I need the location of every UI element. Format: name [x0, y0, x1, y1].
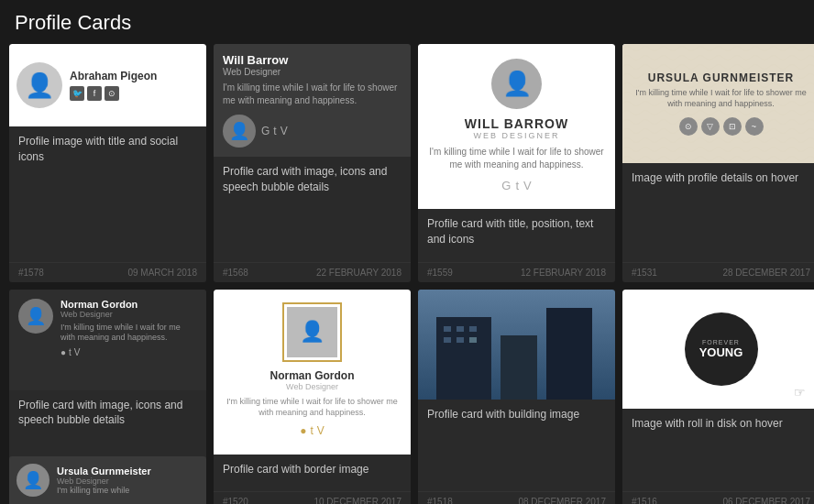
vine-icon-3: V — [523, 179, 532, 192]
card-footer-1516: #1516 06 DECEMBER 2017 — [622, 491, 814, 504]
icon-6a: ● — [300, 424, 306, 437]
card-title-1522: Profile card with image, icons and speec… — [18, 398, 197, 429]
person-name-1: Abraham Pigeon — [70, 70, 199, 82]
person-text-3: I'm killing time while I wait for life t… — [427, 146, 606, 171]
avatar-1: 👤 — [16, 62, 62, 108]
card-footer-1531: #1531 28 DECEMBER 2017 — [622, 262, 814, 282]
card-id-1520: #1520 — [223, 497, 248, 504]
card-1559[interactable]: 👤 WILL BARROW WEB DESIGNER I'm killing t… — [418, 44, 615, 282]
card-preview-1522: 👤 Norman Gordon Web Designer I'm killing… — [9, 290, 206, 390]
card-date-1559: 12 FEBRUARY 2018 — [521, 268, 606, 278]
card-1531[interactable]: URSULA GURNMEISTER I'm killing time whil… — [622, 44, 814, 282]
card-footer-1568: #1568 22 FEBRUARY 2018 — [214, 262, 411, 282]
google-icon-3: G — [501, 179, 511, 192]
person-text-2: I'm killing time while I wait for life t… — [223, 82, 402, 107]
card-1516[interactable]: FOREVER YOUNG ☞ Image with roll in disk … — [622, 290, 814, 504]
icon-4d: ~ — [745, 117, 764, 136]
avatar-6: 👤 — [287, 307, 337, 357]
social-icons-1: 🐦 f ⊙ — [70, 86, 199, 101]
card-title-1531: Image with profile details on hover — [632, 170, 810, 186]
cursor-icon: ☞ — [794, 385, 806, 400]
card-id-1578: #1578 — [18, 268, 44, 278]
card-1518[interactable]: Profile card with building image #1518 0… — [418, 290, 615, 504]
card-meta-1518: Profile card with building image — [418, 400, 615, 492]
social-icons-4: ⊙ ▽ ⊡ ~ — [679, 117, 764, 136]
card-date-1568: 22 FEBRUARY 2018 — [316, 268, 402, 278]
twitter-icon-3: t — [515, 179, 519, 192]
card-id-1518: #1518 — [427, 497, 453, 504]
svg-rect-9 — [456, 337, 464, 343]
partial-info: Ursula Gurnmeister Web Designer I'm kill… — [57, 466, 151, 495]
social-icons-5: ● t V — [60, 347, 197, 357]
icon-4c: ⊡ — [723, 117, 742, 136]
card-meta-1516: Image with roll in disk on hover — [622, 409, 814, 492]
icon-5c: V — [74, 347, 81, 357]
person-name-3: WILL BARROW — [427, 116, 606, 131]
card-meta-1520: Profile card with border image — [214, 455, 411, 492]
icon-5a: ● — [60, 347, 66, 357]
avatar-2: 👤 — [223, 115, 256, 148]
card-id-1568: #1568 — [223, 268, 248, 278]
building-visual — [418, 290, 615, 400]
partial-card: 👤 Ursula Gurnmeister Web Designer I'm ki… — [9, 456, 206, 504]
social-icons-2: G t V — [261, 125, 288, 137]
twitter-icon: 🐦 — [70, 86, 84, 101]
person-text-4: I'm killing time while I wait for life t… — [632, 88, 810, 109]
card-meta-1568: Profile card with image, icons and speec… — [214, 157, 411, 262]
person-role-6: Web Designer — [223, 382, 402, 391]
card-info-1: Abraham Pigeon 🐦 f ⊙ — [70, 70, 199, 101]
card-title-1520: Profile card with border image — [223, 462, 402, 477]
avatar-5: 👤 — [18, 299, 53, 334]
card-preview-1531: URSULA GURNMEISTER I'm killing time whil… — [622, 44, 814, 163]
card-meta-1559: Profile card with title, position, text … — [418, 209, 615, 262]
card-title-1518: Profile card with building image — [427, 407, 606, 422]
card-footer-1518: #1518 08 DECEMBER 2017 — [418, 491, 615, 504]
partial-name: Ursula Gurnmeister — [57, 466, 151, 477]
person-role-5: Web Designer — [60, 310, 197, 319]
card-1568[interactable]: Will Barrow Web Designer I'm killing tim… — [214, 44, 411, 282]
card-date-1531: 28 DECEMBER 2017 — [722, 268, 810, 278]
svg-rect-6 — [456, 326, 464, 332]
card-id-1516: #1516 — [632, 497, 657, 504]
card-id-1531: #1531 — [632, 268, 657, 278]
card-1578[interactable]: 👤 Abraham Pigeon 🐦 f ⊙ Profile image wit… — [9, 44, 206, 282]
card-preview-1568: Will Barrow Web Designer I'm killing tim… — [214, 44, 411, 157]
card-title-1516: Image with roll in disk on hover — [632, 416, 810, 432]
card-preview-1518 — [418, 290, 615, 400]
svg-rect-8 — [444, 337, 451, 343]
card-title-1568: Profile card with image, icons and speec… — [223, 164, 402, 195]
forever-young-circle: FOREVER YOUNG — [685, 312, 758, 386]
card-id-1559: #1559 — [427, 268, 453, 278]
icon-6c: V — [317, 424, 324, 437]
forever-text: FOREVER — [702, 339, 740, 345]
partial-card-preview: 👤 Ursula Gurnmeister Web Designer I'm ki… — [9, 456, 206, 504]
icon-4a: ⊙ — [679, 117, 698, 136]
young-text: YOUNG — [699, 345, 743, 359]
card-date-1516: 06 DECEMBER 2017 — [722, 497, 810, 504]
card-date-1578: 09 MARCH 2018 — [127, 268, 197, 278]
svg-rect-3 — [500, 335, 537, 400]
svg-rect-4 — [546, 308, 592, 400]
icon-4b: ▽ — [701, 117, 720, 136]
avatar-3: 👤 — [491, 59, 542, 109]
card-info-5: Norman Gordon Web Designer I'm killing t… — [60, 299, 197, 381]
card-footer-1520: #1520 10 DECEMBER 2017 — [214, 491, 411, 504]
person-role-3: WEB DESIGNER — [427, 131, 606, 140]
person-name-2: Will Barrow — [223, 53, 402, 67]
google-icon-2: G — [261, 125, 270, 137]
twitter-icon-2: t — [273, 125, 276, 137]
card-overlay-4: URSULA GURNMEISTER I'm killing time whil… — [622, 44, 814, 163]
card-preview-1559: 👤 WILL BARROW WEB DESIGNER I'm killing t… — [418, 44, 615, 209]
card-1520[interactable]: 👤 Norman Gordon Web Designer I'm killing… — [214, 290, 411, 504]
person-name-5: Norman Gordon — [60, 299, 197, 310]
partial-avatar: 👤 — [16, 464, 50, 497]
card-footer-1559: #1559 12 FEBRUARY 2018 — [418, 262, 615, 282]
card-meta-1531: Image with profile details on hover — [622, 163, 814, 262]
facebook-icon: f — [87, 86, 102, 101]
card-bottom-2: 👤 G t V — [223, 115, 402, 148]
card-title-1578: Profile image with title and social icon… — [18, 134, 197, 165]
cards-grid: 👤 Abraham Pigeon 🐦 f ⊙ Profile image wit… — [0, 44, 814, 504]
person-name-6: Norman Gordon — [223, 369, 402, 382]
person-text-6: I'm killing time while I wait for life t… — [223, 396, 402, 419]
card-date-1518: 08 DECEMBER 2017 — [518, 497, 606, 504]
